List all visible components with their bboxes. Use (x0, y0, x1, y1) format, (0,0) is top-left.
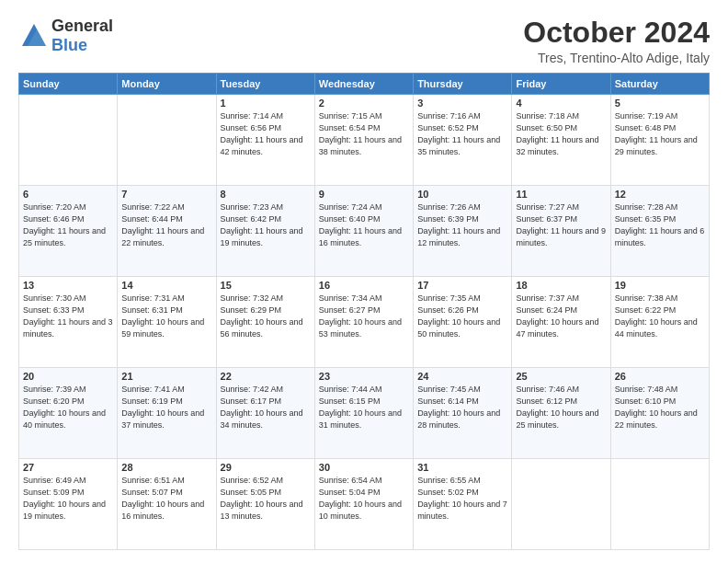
day-info: Sunrise: 7:19 AMSunset: 6:48 PMDaylight:… (615, 111, 698, 156)
table-row: 6 Sunrise: 7:20 AMSunset: 6:46 PMDayligh… (19, 186, 118, 277)
day-number: 8 (221, 189, 311, 200)
day-number: 9 (319, 189, 409, 200)
day-number: 27 (23, 462, 113, 473)
table-row (610, 459, 709, 550)
calendar-week-row: 13 Sunrise: 7:30 AMSunset: 6:33 PMDaylig… (19, 277, 710, 368)
table-row: 14 Sunrise: 7:31 AMSunset: 6:31 PMDaylig… (118, 277, 216, 368)
day-number: 23 (319, 371, 409, 382)
day-info: Sunrise: 6:49 AMSunset: 5:09 PMDaylight:… (23, 476, 106, 521)
table-row: 22 Sunrise: 7:42 AMSunset: 6:17 PMDaylig… (216, 368, 314, 459)
table-row: 8 Sunrise: 7:23 AMSunset: 6:42 PMDayligh… (216, 186, 314, 277)
location-title: Tres, Trentino-Alto Adige, Italy (523, 51, 710, 65)
day-info: Sunrise: 6:54 AMSunset: 5:04 PMDaylight:… (319, 476, 402, 521)
day-info: Sunrise: 7:16 AMSunset: 6:52 PMDaylight:… (417, 111, 500, 156)
calendar-week-row: 6 Sunrise: 7:20 AMSunset: 6:46 PMDayligh… (19, 186, 710, 277)
day-info: Sunrise: 7:48 AMSunset: 6:10 PMDaylight:… (615, 385, 698, 430)
table-row (118, 95, 216, 186)
day-info: Sunrise: 7:46 AMSunset: 6:12 PMDaylight:… (516, 385, 598, 430)
day-info: Sunrise: 7:15 AMSunset: 6:54 PMDaylight:… (319, 111, 402, 156)
day-number: 15 (221, 280, 311, 291)
logo-icon (18, 20, 50, 52)
day-number: 3 (417, 98, 507, 109)
calendar-week-row: 1 Sunrise: 7:14 AMSunset: 6:56 PMDayligh… (19, 95, 710, 186)
table-row: 28 Sunrise: 6:51 AMSunset: 5:07 PMDaylig… (118, 459, 216, 550)
month-title: October 2024 (523, 17, 710, 49)
col-monday: Monday (118, 74, 216, 95)
day-number: 11 (516, 189, 606, 200)
day-number: 25 (516, 371, 606, 382)
day-number: 10 (417, 189, 507, 200)
col-saturday: Saturday (610, 74, 709, 95)
day-number: 21 (121, 371, 211, 382)
table-row: 13 Sunrise: 7:30 AMSunset: 6:33 PMDaylig… (19, 277, 118, 368)
day-info: Sunrise: 7:38 AMSunset: 6:22 PMDaylight:… (615, 293, 698, 339)
table-row: 19 Sunrise: 7:38 AMSunset: 6:22 PMDaylig… (610, 277, 709, 368)
col-wednesday: Wednesday (314, 74, 413, 95)
day-info: Sunrise: 7:14 AMSunset: 6:56 PMDaylight:… (221, 111, 303, 156)
table-row: 12 Sunrise: 7:28 AMSunset: 6:35 PMDaylig… (610, 186, 709, 277)
day-number: 20 (23, 371, 113, 382)
table-row: 9 Sunrise: 7:24 AMSunset: 6:40 PMDayligh… (314, 186, 413, 277)
day-info: Sunrise: 7:31 AMSunset: 6:31 PMDaylight:… (121, 293, 204, 339)
day-info: Sunrise: 7:28 AMSunset: 6:35 PMDaylight:… (615, 202, 705, 247)
day-number: 4 (516, 98, 606, 109)
col-sunday: Sunday (19, 74, 118, 95)
table-row: 31 Sunrise: 6:55 AMSunset: 5:02 PMDaylig… (414, 459, 512, 550)
table-row: 10 Sunrise: 7:26 AMSunset: 6:39 PMDaylig… (414, 186, 512, 277)
table-row: 21 Sunrise: 7:41 AMSunset: 6:19 PMDaylig… (118, 368, 216, 459)
title-block: October 2024 Tres, Trentino-Alto Adige, … (523, 17, 710, 65)
table-row: 1 Sunrise: 7:14 AMSunset: 6:56 PMDayligh… (216, 95, 314, 186)
table-row (512, 459, 610, 550)
day-info: Sunrise: 6:55 AMSunset: 5:02 PMDaylight:… (417, 476, 507, 521)
day-number: 16 (319, 280, 409, 291)
table-row: 24 Sunrise: 7:45 AMSunset: 6:14 PMDaylig… (414, 368, 512, 459)
day-info: Sunrise: 7:41 AMSunset: 6:19 PMDaylight:… (121, 385, 204, 430)
table-row: 29 Sunrise: 6:52 AMSunset: 5:05 PMDaylig… (216, 459, 314, 550)
day-number: 7 (121, 189, 211, 200)
table-row: 23 Sunrise: 7:44 AMSunset: 6:15 PMDaylig… (314, 368, 413, 459)
day-info: Sunrise: 6:51 AMSunset: 5:07 PMDaylight:… (121, 476, 204, 521)
table-row: 18 Sunrise: 7:37 AMSunset: 6:24 PMDaylig… (512, 277, 610, 368)
day-number: 19 (615, 280, 705, 291)
day-number: 2 (319, 98, 409, 109)
calendar-table: Sunday Monday Tuesday Wednesday Thursday… (18, 73, 710, 550)
table-row: 3 Sunrise: 7:16 AMSunset: 6:52 PMDayligh… (414, 95, 512, 186)
day-info: Sunrise: 7:34 AMSunset: 6:27 PMDaylight:… (319, 293, 402, 339)
day-number: 30 (319, 462, 409, 473)
day-number: 22 (221, 371, 311, 382)
day-info: Sunrise: 7:37 AMSunset: 6:24 PMDaylight:… (516, 293, 598, 339)
day-number: 18 (516, 280, 606, 291)
day-number: 6 (23, 189, 113, 200)
day-info: Sunrise: 7:30 AMSunset: 6:33 PMDaylight:… (23, 293, 113, 339)
day-number: 17 (417, 280, 507, 291)
day-number: 29 (221, 462, 311, 473)
table-row: 4 Sunrise: 7:18 AMSunset: 6:50 PMDayligh… (512, 95, 610, 186)
day-info: Sunrise: 7:42 AMSunset: 6:17 PMDaylight:… (221, 385, 303, 430)
col-tuesday: Tuesday (216, 74, 314, 95)
day-number: 26 (615, 371, 705, 382)
day-info: Sunrise: 7:35 AMSunset: 6:26 PMDaylight:… (417, 293, 500, 339)
day-info: Sunrise: 7:24 AMSunset: 6:40 PMDaylight:… (319, 202, 402, 247)
logo: General Blue (18, 17, 113, 55)
col-thursday: Thursday (414, 74, 512, 95)
table-row: 27 Sunrise: 6:49 AMSunset: 5:09 PMDaylig… (19, 459, 118, 550)
table-row: 17 Sunrise: 7:35 AMSunset: 6:26 PMDaylig… (414, 277, 512, 368)
day-info: Sunrise: 6:52 AMSunset: 5:05 PMDaylight:… (221, 476, 303, 521)
table-row: 16 Sunrise: 7:34 AMSunset: 6:27 PMDaylig… (314, 277, 413, 368)
col-friday: Friday (512, 74, 610, 95)
day-number: 31 (417, 462, 507, 473)
table-row: 15 Sunrise: 7:32 AMSunset: 6:29 PMDaylig… (216, 277, 314, 368)
table-row: 30 Sunrise: 6:54 AMSunset: 5:04 PMDaylig… (314, 459, 413, 550)
logo-general: General (51, 17, 113, 35)
day-number: 1 (221, 98, 311, 109)
day-info: Sunrise: 7:39 AMSunset: 6:20 PMDaylight:… (23, 385, 106, 430)
day-info: Sunrise: 7:22 AMSunset: 6:44 PMDaylight:… (121, 202, 204, 247)
table-row (19, 95, 118, 186)
day-info: Sunrise: 7:44 AMSunset: 6:15 PMDaylight:… (319, 385, 402, 430)
table-row: 2 Sunrise: 7:15 AMSunset: 6:54 PMDayligh… (314, 95, 413, 186)
table-row: 5 Sunrise: 7:19 AMSunset: 6:48 PMDayligh… (610, 95, 709, 186)
day-info: Sunrise: 7:27 AMSunset: 6:37 PMDaylight:… (516, 202, 606, 247)
table-row: 7 Sunrise: 7:22 AMSunset: 6:44 PMDayligh… (118, 186, 216, 277)
table-row: 26 Sunrise: 7:48 AMSunset: 6:10 PMDaylig… (610, 368, 709, 459)
day-info: Sunrise: 7:23 AMSunset: 6:42 PMDaylight:… (221, 202, 303, 247)
